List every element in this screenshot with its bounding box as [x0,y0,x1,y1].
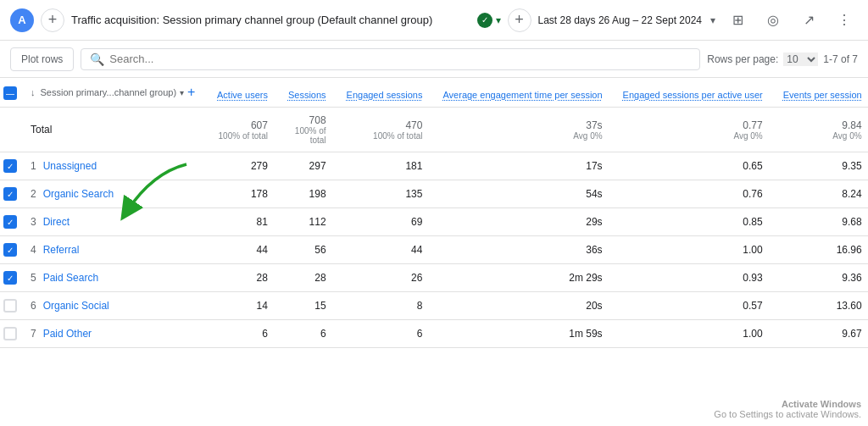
engaged-sessions-header[interactable]: Engaged sessions [337,78,433,108]
row-engaged-sessions: 135 [337,180,433,208]
row-dim-label[interactable]: Unassigned [43,160,97,172]
row-checkbox-cell[interactable]: ✓ [0,208,20,236]
row-checkbox[interactable]: ✓ [3,215,17,229]
select-all-header[interactable]: — [0,78,20,108]
row-events-per-session: 9.68 [773,208,868,236]
total-label: Total [20,108,207,152]
status-check-icon: ✓ [477,13,492,28]
row-engaged-per-active: 0.93 [613,264,773,292]
events-per-session-header[interactable]: Events per session [773,78,868,108]
row-rank: 5 [31,272,36,284]
sessions-header[interactable]: Sessions [278,78,337,108]
select-all-checkbox[interactable]: — [3,86,17,100]
engaged-per-active-header[interactable]: Engaged sessions per active user [613,78,773,108]
table-row: ✓4Referral44564436s1.0016.9678.57% [0,236,868,264]
avg-engagement-header[interactable]: Average engagement time per session [432,78,612,108]
row-checkbox[interactable] [3,327,17,340]
total-active-users: 607 100% of total [207,108,278,152]
row-sessions: 297 [278,152,337,180]
row-rank: 4 [31,244,36,256]
search-input[interactable] [109,53,691,65]
row-checkbox-cell[interactable]: ✓ [0,180,20,208]
insights-button[interactable]: ◎ [760,7,787,34]
row-sessions: 56 [278,236,337,264]
row-dimension: 5Paid Search [20,264,207,292]
toolbar: Plot rows 🔍 Rows per page: 102550100 1-7… [0,41,868,78]
row-engaged-sessions: 8 [337,292,433,320]
row-sessions: 112 [278,208,337,236]
row-dim-label[interactable]: Paid Other [43,328,92,340]
data-table: — ↓ Session primary...channel group) ▾ +… [0,78,868,348]
row-engaged-per-active: 1.00 [613,320,773,348]
row-dim-label[interactable]: Direct [43,216,70,228]
add-tab-button[interactable]: + [41,8,64,32]
row-rank: 1 [31,160,36,172]
row-dim-label[interactable]: Referral [43,244,80,256]
total-row: Total 607 100% of total 708 100% of tota… [0,108,868,152]
row-checkbox[interactable]: ✓ [3,271,17,285]
rows-per-page-select[interactable]: 102550100 [783,53,818,66]
plot-rows-button[interactable]: Plot rows [10,47,74,71]
data-table-container: — ↓ Session primary...channel group) ▾ +… [0,78,868,426]
row-engaged-sessions: 26 [337,264,433,292]
row-avg-engagement: 29s [432,208,612,236]
row-engaged-per-active: 0.76 [613,180,773,208]
row-dimension: 1Unassigned [20,152,207,180]
rows-per-page-label: Rows per page: [707,53,778,65]
row-checkbox[interactable] [3,299,17,313]
row-avg-engagement: 36s [432,236,612,264]
row-sessions: 6 [278,320,337,348]
row-checkbox[interactable]: ✓ [3,243,17,257]
row-rank: 2 [31,188,36,200]
row-avg-engagement: 1m 59s [432,320,612,348]
avatar[interactable]: A [10,8,34,32]
dimension-dropdown-icon[interactable]: ▾ [180,88,184,97]
share-button[interactable]: ↗ [795,7,822,34]
topbar-right: Last 28 days 26 Aug – 22 Sept 2024 ▾ ⊞ ◎… [538,7,859,34]
add-comparison-button[interactable]: + [508,8,531,32]
row-checkbox-cell[interactable] [0,292,20,320]
row-checkbox-cell[interactable]: ✓ [0,236,20,264]
row-dimension: 4Referral [20,236,207,264]
row-avg-engagement: 54s [432,180,612,208]
row-checkbox-cell[interactable]: ✓ [0,264,20,292]
more-button[interactable]: ⋮ [831,7,858,34]
dimension-selector[interactable]: Session primary...channel group) [41,87,177,97]
chart-type-button[interactable]: ⊞ [724,7,751,34]
total-engaged-per-active: 0.77 Avg 0% [613,108,773,152]
row-engaged-per-active: 1.00 [613,236,773,264]
row-dim-label[interactable]: Organic Social [43,300,109,312]
total-avg-engagement: 37s Avg 0% [432,108,612,152]
row-checkbox-cell[interactable] [0,320,20,348]
row-active-users: 81 [207,208,278,236]
dimension-column-header: ↓ Session primary...channel group) ▾ + [20,78,207,108]
sessions-label: Sessions [288,90,326,100]
active-users-header[interactable]: Active users [207,78,278,108]
row-events-per-session: 9.35 [773,152,868,180]
sort-icon[interactable]: ↓ [31,87,36,97]
add-dimension-icon[interactable]: + [187,85,195,100]
row-engaged-per-active: 0.85 [613,208,773,236]
date-range[interactable]: Last 28 days 26 Aug – 22 Sept 2024 [538,14,703,26]
row-dimension: 2Organic Search [20,180,207,208]
row-sessions: 15 [278,292,337,320]
engaged-sessions-label: Engaged sessions [347,90,423,100]
row-active-users: 28 [207,264,278,292]
row-events-per-session: 9.67 [773,320,868,348]
status-chevron-icon[interactable]: ▾ [496,14,501,26]
row-checkbox[interactable]: ✓ [3,159,17,173]
total-events-per-session: 9.84 Avg 0% [773,108,868,152]
row-active-users: 14 [207,292,278,320]
row-sessions: 198 [278,180,337,208]
total-sessions: 708 100% of total [278,108,337,152]
date-chevron-icon[interactable]: ▾ [710,14,715,26]
row-events-per-session: 9.36 [773,264,868,292]
row-checkbox[interactable]: ✓ [3,187,17,201]
row-engaged-sessions: 6 [337,320,433,348]
row-dim-label[interactable]: Paid Search [43,272,98,284]
table-row: ✓5Paid Search2828262m 29s0.939.3692.86% [0,264,868,292]
search-icon: 🔍 [90,53,104,66]
row-dim-label[interactable]: Organic Search [43,188,114,200]
active-users-label: Active users [217,90,268,100]
row-checkbox-cell[interactable]: ✓ [0,152,20,180]
